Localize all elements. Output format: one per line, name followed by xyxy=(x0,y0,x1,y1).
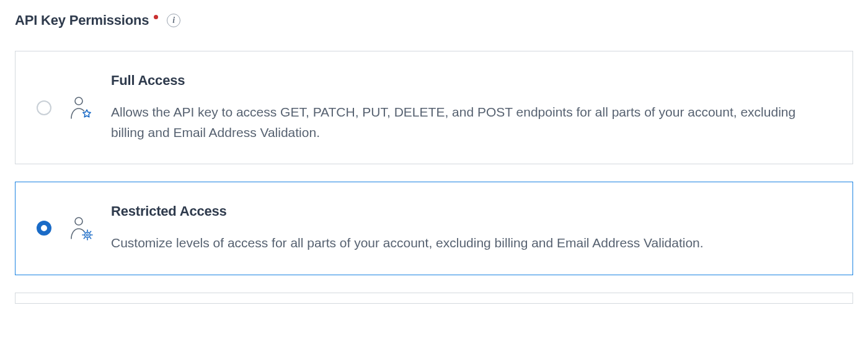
option-full-access[interactable]: Full Access Allows the API key to access… xyxy=(15,51,853,164)
info-icon[interactable]: i xyxy=(167,14,180,27)
radio-restricted-access[interactable] xyxy=(37,221,51,236)
option-title: Restricted Access xyxy=(111,203,825,219)
option-title: Full Access xyxy=(111,73,825,89)
section-header: API Key Permissions i xyxy=(15,12,853,29)
radio-full-access[interactable] xyxy=(37,100,51,115)
svg-point-0 xyxy=(75,97,82,105)
option-restricted-access-text: Restricted Access Customize levels of ac… xyxy=(111,203,825,254)
required-indicator xyxy=(154,15,158,19)
option-card-partial xyxy=(15,293,853,304)
option-restricted-access[interactable]: Restricted Access Customize levels of ac… xyxy=(15,182,853,275)
svg-point-3 xyxy=(86,234,88,236)
svg-point-1 xyxy=(75,218,82,225)
user-gear-icon xyxy=(68,214,95,242)
option-full-access-text: Full Access Allows the API key to access… xyxy=(111,73,825,143)
section-title: API Key Permissions xyxy=(15,12,149,29)
user-star-icon xyxy=(68,94,95,121)
option-description: Customize levels of access for all parts… xyxy=(111,233,825,254)
svg-point-2 xyxy=(85,232,90,237)
option-description: Allows the API key to access GET, PATCH,… xyxy=(111,102,825,143)
